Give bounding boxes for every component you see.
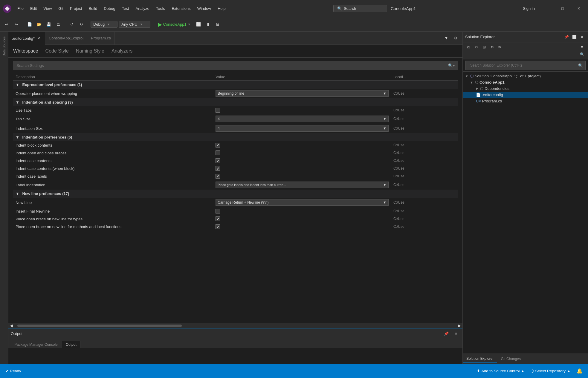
se-show-all-btn[interactable]: 🗂 xyxy=(465,44,472,51)
forward-button[interactable]: ↪ xyxy=(12,20,20,29)
se-tab-solution-explorer[interactable]: Solution Explorer xyxy=(463,355,497,363)
title-search-box[interactable]: 🔍 Search xyxy=(333,5,387,12)
tree-program-cs[interactable]: C# Program.cs xyxy=(463,98,588,104)
tree-solution[interactable]: ▼ ⬡ Solution 'ConsoleApp1' (1 of 1 proje… xyxy=(463,73,588,79)
toolbar-btn-2[interactable]: ⏸ xyxy=(204,20,212,29)
tree-editorconfig[interactable]: 📄 .editorconfig xyxy=(463,92,588,98)
settings-area[interactable]: 🔍▾ Description Value Locati... ▼ xyxy=(8,58,462,323)
scroll-left-btn[interactable]: ◀ xyxy=(8,324,14,328)
search-settings-input[interactable] xyxy=(13,62,446,70)
menu-window[interactable]: Window xyxy=(194,5,214,12)
se-search-btn[interactable]: 🔍 xyxy=(578,51,586,58)
indent-case-block-checkbox[interactable]: ✔ xyxy=(216,166,220,171)
operator-placement-dropdown[interactable]: Beginning of line ▼ xyxy=(216,90,389,97)
save-all-button[interactable]: 🗂 xyxy=(54,20,62,29)
tab-analyzers[interactable]: Analyzers xyxy=(112,48,132,57)
maximize-button[interactable]: □ xyxy=(556,4,569,13)
menu-debug[interactable]: Debug xyxy=(101,5,118,12)
menu-file[interactable]: File xyxy=(14,5,27,12)
status-ready[interactable]: ✔ Ready xyxy=(4,368,23,374)
tree-project[interactable]: ▼ ⬡ ConsoleApp1 xyxy=(463,79,588,85)
se-refresh-btn[interactable]: ↺ xyxy=(473,44,480,51)
redo-button[interactable]: ↻ xyxy=(77,20,85,29)
toolbar-btn-3[interactable]: 🖥 xyxy=(213,20,222,29)
output-tab-output[interactable]: Output xyxy=(62,341,80,348)
tab-editorconfig-close[interactable]: ✕ xyxy=(36,36,41,41)
indent-case-checkbox[interactable]: ✔ xyxy=(216,158,220,163)
new-file-button[interactable]: 📄 xyxy=(25,20,34,29)
section-arrow-indent-prefs[interactable]: ▼ xyxy=(16,135,19,139)
brace-methods-checkbox[interactable]: ✔ xyxy=(216,224,220,229)
output-tab-pkg-manager[interactable]: Package Manager Console xyxy=(11,341,61,348)
indent-case-labels-checkbox[interactable]: ✔ xyxy=(216,174,220,179)
se-collapse-btn[interactable]: ⊟ xyxy=(481,44,488,51)
se-preview-btn[interactable]: 👁 xyxy=(496,44,503,51)
output-pin-button[interactable]: 📌 xyxy=(442,329,450,338)
search-settings-box[interactable]: 🔍▾ xyxy=(13,61,458,70)
notification-button[interactable]: 🔔 xyxy=(575,367,584,375)
final-newline-checkbox[interactable] xyxy=(216,209,220,213)
indent-block-checkbox[interactable]: ✔ xyxy=(216,143,220,147)
toolbar-btn-1[interactable]: ⬜ xyxy=(194,20,203,29)
row-use-tabs-value[interactable] xyxy=(213,106,391,114)
se-search-input[interactable] xyxy=(468,62,578,69)
select-repo-button[interactable]: ⬡ Select Repository ▲ xyxy=(529,368,572,374)
use-tabs-checkbox[interactable] xyxy=(216,108,220,113)
tree-dependencies[interactable]: ▶ ⬡ Dependencies xyxy=(463,85,588,92)
menu-help[interactable]: Help xyxy=(215,5,229,12)
row-indent-size-value[interactable]: 4 ▼ xyxy=(213,124,391,133)
source-control-button[interactable]: ⬆ Add to Source Control ▲ xyxy=(475,368,526,374)
se-filter-btn[interactable]: ▼ xyxy=(578,44,586,51)
debug-mode-dropdown[interactable]: Debug ▼ xyxy=(91,21,117,28)
se-search-box[interactable]: 🔍 xyxy=(465,61,586,70)
horizontal-scrollbar[interactable]: ◀ ▶ xyxy=(8,323,462,328)
data-sources-label[interactable]: Data Sources xyxy=(2,34,7,59)
tab-size-dropdown[interactable]: 4 ▼ xyxy=(216,116,389,122)
open-button[interactable]: 📂 xyxy=(35,20,43,29)
label-indent-dropdown[interactable]: Place goto labels one indent less than c… xyxy=(216,182,389,188)
se-close-button[interactable]: ✕ xyxy=(578,33,586,41)
undo-button[interactable]: ↺ xyxy=(68,20,76,29)
scroll-right-btn[interactable]: ▶ xyxy=(456,324,462,328)
menu-project[interactable]: Project xyxy=(67,5,85,12)
output-close-button[interactable]: ✕ xyxy=(452,329,460,338)
menu-git[interactable]: Git xyxy=(55,5,66,12)
se-tab-git-changes[interactable]: Git Changes xyxy=(497,355,524,363)
menu-build[interactable]: Build xyxy=(85,5,100,12)
tab-csproj[interactable]: ConsoleApp1.csproj xyxy=(45,32,87,45)
minimize-button[interactable]: — xyxy=(540,4,553,13)
se-properties-btn[interactable]: ⚙ xyxy=(488,44,496,51)
section-arrow-new-line[interactable]: ▼ xyxy=(16,191,19,196)
brace-types-checkbox[interactable]: ✔ xyxy=(216,216,220,221)
tab-code-style[interactable]: Code Style xyxy=(45,48,69,57)
sign-in-button[interactable]: Sign in xyxy=(520,5,537,12)
menu-test[interactable]: Test xyxy=(119,5,132,12)
indent-size-dropdown[interactable]: 4 ▼ xyxy=(216,125,389,132)
menu-edit[interactable]: Edit xyxy=(27,5,40,12)
new-line-dropdown[interactable]: Carriage Return + Newline (\r\n) ▼ xyxy=(216,199,389,206)
se-pin-button[interactable]: 📌 xyxy=(563,33,570,41)
tab-whitespace[interactable]: Whitespace xyxy=(13,48,38,57)
tab-settings-button[interactable]: ⚙ xyxy=(452,34,460,42)
menu-analyze[interactable]: Analyze xyxy=(132,5,152,12)
row-tab-size-value[interactable]: 4 ▼ xyxy=(213,114,391,124)
menu-view[interactable]: View xyxy=(40,5,55,12)
menu-tools[interactable]: Tools xyxy=(153,5,168,12)
tab-naming-style[interactable]: Naming Style xyxy=(76,48,104,57)
tab-editorconfig[interactable]: .editorconfig* ✕ xyxy=(8,32,45,45)
menu-extensions[interactable]: Extensions xyxy=(169,5,194,12)
se-maximize-button[interactable]: ⬜ xyxy=(571,33,578,41)
indent-braces-checkbox[interactable] xyxy=(216,150,220,155)
tab-dropdown-button[interactable]: ▼ xyxy=(442,34,450,42)
run-button[interactable]: ▶ ConsoleApp1 ▼ xyxy=(155,20,193,29)
section-arrow-indent-spacing[interactable]: ▼ xyxy=(16,100,19,105)
tab-program[interactable]: Program.cs xyxy=(87,32,114,45)
h-scrollbar-track[interactable] xyxy=(17,325,182,327)
platform-dropdown[interactable]: Any CPU ▼ xyxy=(119,21,150,28)
row-operator-value[interactable]: Beginning of line ▼ xyxy=(213,89,391,98)
close-button[interactable]: ✕ xyxy=(572,4,586,13)
search-settings-button[interactable]: 🔍▾ xyxy=(446,62,457,69)
save-button[interactable]: 💾 xyxy=(45,20,53,29)
section-arrow-expression[interactable]: ▼ xyxy=(16,82,19,87)
back-button[interactable]: ↩ xyxy=(2,20,11,29)
